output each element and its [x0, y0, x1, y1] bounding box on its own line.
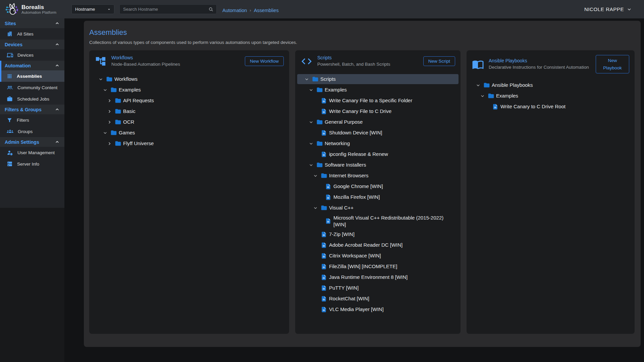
- chevron-up-icon: [55, 139, 60, 144]
- tree-folder-basic[interactable]: Basic: [91, 106, 287, 116]
- tree-node-label: API Requests: [122, 96, 156, 105]
- page-description: Collections of various types of componen…: [89, 40, 635, 45]
- tree-node-label: Examples: [324, 85, 349, 94]
- tree-file-write-canary-to-c-drive-root[interactable]: Write Canary to C Drive Root: [469, 102, 633, 112]
- tree-file-write-canary-file-to-c-drive[interactable]: Write Canary File to C Drive: [297, 106, 459, 116]
- tree-node-label: Adobe Acrobat Reader DC [WIN]: [328, 241, 405, 249]
- chevron-down-icon[interactable]: [311, 173, 319, 178]
- chevron-down-icon[interactable]: [101, 130, 109, 135]
- tree-folder-scripts[interactable]: Scripts: [297, 74, 459, 84]
- sidebar-item-label: Assemblies: [17, 74, 42, 79]
- tree-node-label: Networking: [324, 139, 352, 148]
- sidebar-section-automation[interactable]: Automation: [0, 61, 64, 70]
- chevron-right-icon[interactable]: [105, 141, 113, 146]
- tree-folder-ansible-playbooks[interactable]: Ansible Playbooks: [469, 80, 633, 90]
- breadcrumb-item-automation[interactable]: Automation: [222, 8, 247, 13]
- sidebar-item-filters[interactable]: Filters: [0, 114, 64, 126]
- new-playbook-button[interactable]: New Playbook: [596, 55, 629, 73]
- tree-folder-flyff-universe[interactable]: Flyff Universe: [91, 138, 287, 148]
- file-icon: [319, 242, 328, 248]
- tree-node-label: Microsoft Visual C++ Redistributable (20…: [333, 214, 459, 229]
- breadcrumb-item-assemblies[interactable]: Assemblies: [254, 8, 279, 13]
- workflows-card-subtitle: Node-Based Automation Pipelines: [111, 61, 240, 67]
- sidebar-section-devices[interactable]: Devices: [0, 40, 64, 49]
- sidebar-item-assemblies[interactable]: Assemblies: [0, 70, 64, 82]
- sidebar-item-user-management[interactable]: User Management: [0, 147, 64, 158]
- tree-file-7-zip-win[interactable]: 7-Zip [WIN]: [297, 229, 459, 239]
- tree-file-mozilla-firefox-win[interactable]: Mozilla Firefox [WIN]: [297, 192, 459, 202]
- search-icon[interactable]: [208, 7, 214, 12]
- sidebar-item-devices[interactable]: Devices: [0, 49, 64, 61]
- scripts-card-titles: Scripts Powershell, Batch, and Bash Scri…: [317, 55, 419, 67]
- grid-icon: [7, 73, 12, 79]
- tree-folder-examples[interactable]: Examples: [297, 85, 459, 95]
- tree-file-shutdown-device-win[interactable]: Shutdown Device [WIN]: [297, 128, 459, 138]
- tree-file-write-canary-file-to-a-specific-folder[interactable]: Write Canary File to a Specific Folder: [297, 96, 459, 106]
- user-menu[interactable]: NICOLE RAPPE: [584, 6, 632, 12]
- tree-file-citrix-workspace-win[interactable]: Citrix Workspace [WIN]: [297, 251, 459, 261]
- tree-folder-visual-c[interactable]: Visual C++: [297, 203, 459, 213]
- tree-node-label: VLC Media Player [WIN]: [328, 305, 386, 314]
- folder-icon: [315, 140, 324, 147]
- tree-node-label: Examples: [118, 85, 143, 94]
- chevron-down-icon[interactable]: [97, 77, 105, 82]
- chevron-down-icon[interactable]: [307, 120, 315, 125]
- sidebar-item-label: Filters: [17, 118, 29, 123]
- sidebar-item-server-info[interactable]: Server Info: [0, 158, 64, 170]
- file-icon: [324, 183, 333, 190]
- chevron-down-icon[interactable]: [311, 205, 319, 210]
- chevron-right-icon[interactable]: [105, 98, 113, 103]
- sidebar-item-groups[interactable]: Groups: [0, 126, 64, 137]
- tree-folder-examples[interactable]: Examples: [91, 85, 287, 95]
- tree-node-label: Basic: [122, 107, 138, 116]
- chevron-down-icon[interactable]: [101, 87, 109, 93]
- tree-folder-software-installers[interactable]: Software Installers: [297, 160, 459, 170]
- chevron-up-icon: [55, 21, 60, 26]
- tree-file-vlc-media-player-win[interactable]: VLC Media Player [WIN]: [297, 304, 459, 314]
- chevron-down-icon[interactable]: [478, 94, 486, 99]
- new-workflow-button[interactable]: New Workflow: [245, 56, 284, 66]
- tree-folder-api-requests[interactable]: API Requests: [91, 96, 287, 106]
- file-icon: [319, 274, 328, 281]
- tree-file-filezilla-win-incomplete[interactable]: FileZilla [WIN] [INCOMPLETE]: [297, 261, 459, 272]
- sidebar-section-admin-settings[interactable]: Admin Settings: [0, 137, 64, 147]
- sidebar-item-all-sites[interactable]: All Sites: [0, 28, 64, 40]
- search-input[interactable]: [123, 7, 208, 12]
- chevron-down-icon[interactable]: [307, 141, 315, 146]
- hostname-select[interactable]: Hostname: [71, 4, 114, 14]
- sidebar-section-filters-groups[interactable]: Filters & Groups: [0, 105, 64, 114]
- tree-file-adobe-acrobat-reader-dc-win[interactable]: Adobe Acrobat Reader DC [WIN]: [297, 240, 459, 250]
- sidebar-item-community-content[interactable]: Community Content: [0, 82, 64, 93]
- briefcase-icon: [7, 96, 13, 102]
- brand-logo-block[interactable]: Borealis Automation Platform: [0, 2, 65, 16]
- tree-folder-internet-browsers[interactable]: Internet Browsers: [297, 171, 459, 181]
- new-script-button[interactable]: New Script: [423, 56, 455, 66]
- workflows-card: Workflows Node-Based Automation Pipeline…: [89, 50, 289, 334]
- playbooks-card-subtitle: Declarative Instructions for Consistent …: [489, 64, 591, 70]
- chevron-down-icon[interactable]: [307, 87, 315, 93]
- chevron-right-icon[interactable]: [105, 120, 113, 125]
- chevron-right-icon[interactable]: [105, 109, 113, 114]
- tree-folder-general-purpose[interactable]: General Purpose: [297, 117, 459, 127]
- chevron-down-icon[interactable]: [303, 77, 311, 82]
- tree-file-java-runtime-environment-8-win[interactable]: Java Runtime Environment 8 [WIN]: [297, 272, 459, 282]
- tree-file-rocketchat-win[interactable]: RocketChat [WIN]: [297, 294, 459, 304]
- tree-folder-networking[interactable]: Networking: [297, 138, 459, 148]
- scripts-tree: ScriptsExamplesWrite Canary File to a Sp…: [297, 74, 459, 314]
- tree-file-microsoft-visual-c-redistributable-2015-2022-win[interactable]: Microsoft Visual C++ Redistributable (20…: [297, 214, 459, 229]
- tree-file-putty-win[interactable]: PuTTY [WIN]: [297, 283, 459, 293]
- tree-node-label: PuTTY [WIN]: [328, 284, 361, 292]
- sidebar-item-label: Community Content: [17, 85, 57, 90]
- tree-file-ipconfig-release-renew[interactable]: ipconfig Release & Renew: [297, 149, 459, 159]
- tree-folder-workflows[interactable]: Workflows: [91, 74, 287, 84]
- chevron-down-icon[interactable]: [307, 163, 315, 168]
- hostname-select-value: Hostname: [75, 7, 95, 12]
- sidebar-item-scheduled-jobs[interactable]: Scheduled Jobs: [0, 93, 64, 105]
- file-icon: [319, 306, 328, 313]
- chevron-down-icon[interactable]: [474, 83, 482, 88]
- tree-folder-ocr[interactable]: OCR: [91, 117, 287, 127]
- tree-folder-games[interactable]: Games: [91, 128, 287, 138]
- tree-folder-examples[interactable]: Examples: [469, 91, 633, 101]
- tree-file-google-chrome-win[interactable]: Google Chrome [WIN]: [297, 181, 459, 191]
- sidebar-section-sites[interactable]: Sites: [0, 18, 64, 28]
